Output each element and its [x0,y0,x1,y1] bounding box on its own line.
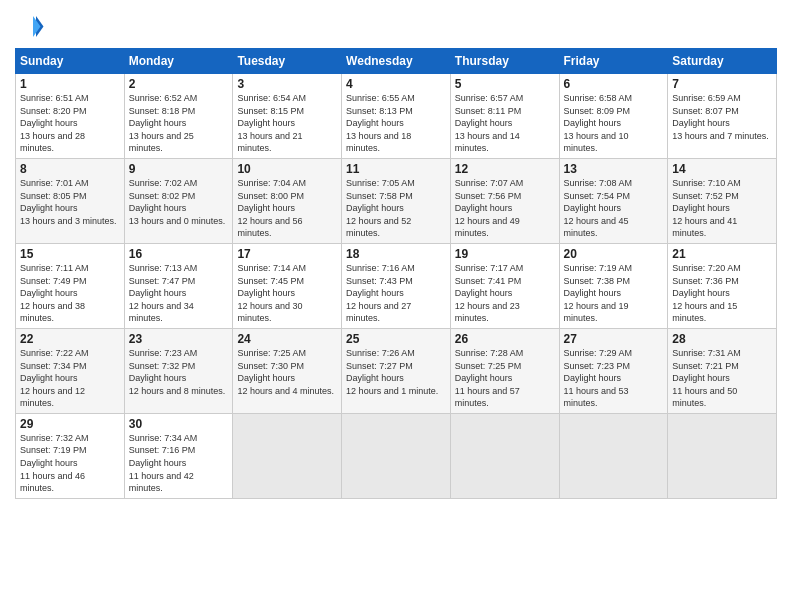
day-info: Sunrise: 6:59 AMSunset: 8:07 PMDaylight … [672,92,772,142]
day-cell-23: 23Sunrise: 7:23 AMSunset: 7:32 PMDayligh… [124,328,233,413]
day-cell-16: 16Sunrise: 7:13 AMSunset: 7:47 PMDayligh… [124,243,233,328]
empty-cell [450,413,559,498]
day-info: Sunrise: 7:01 AMSunset: 8:05 PMDaylight … [20,177,120,227]
day-number: 9 [129,162,229,176]
day-cell-26: 26Sunrise: 7:28 AMSunset: 7:25 PMDayligh… [450,328,559,413]
day-number: 4 [346,77,446,91]
day-number: 5 [455,77,555,91]
col-header-friday: Friday [559,49,668,74]
day-info: Sunrise: 7:29 AMSunset: 7:23 PMDaylight … [564,347,664,410]
week-row-1: 1Sunrise: 6:51 AMSunset: 8:20 PMDaylight… [16,74,777,159]
day-info: Sunrise: 7:16 AMSunset: 7:43 PMDaylight … [346,262,446,325]
day-info: Sunrise: 7:10 AMSunset: 7:52 PMDaylight … [672,177,772,240]
day-cell-9: 9Sunrise: 7:02 AMSunset: 8:02 PMDaylight… [124,158,233,243]
empty-cell [342,413,451,498]
day-info: Sunrise: 7:08 AMSunset: 7:54 PMDaylight … [564,177,664,240]
day-number: 10 [237,162,337,176]
day-info: Sunrise: 7:25 AMSunset: 7:30 PMDaylight … [237,347,337,397]
day-cell-25: 25Sunrise: 7:26 AMSunset: 7:27 PMDayligh… [342,328,451,413]
empty-cell [233,413,342,498]
logo [15,10,49,40]
col-header-saturday: Saturday [668,49,777,74]
day-number: 17 [237,247,337,261]
day-info: Sunrise: 7:23 AMSunset: 7:32 PMDaylight … [129,347,229,397]
day-cell-22: 22Sunrise: 7:22 AMSunset: 7:34 PMDayligh… [16,328,125,413]
week-row-2: 8Sunrise: 7:01 AMSunset: 8:05 PMDaylight… [16,158,777,243]
day-number: 29 [20,417,120,431]
day-number: 1 [20,77,120,91]
day-cell-17: 17Sunrise: 7:14 AMSunset: 7:45 PMDayligh… [233,243,342,328]
day-info: Sunrise: 7:20 AMSunset: 7:36 PMDaylight … [672,262,772,325]
week-row-5: 29Sunrise: 7:32 AMSunset: 7:19 PMDayligh… [16,413,777,498]
header [15,10,777,40]
day-info: Sunrise: 7:05 AMSunset: 7:58 PMDaylight … [346,177,446,240]
day-cell-2: 2Sunrise: 6:52 AMSunset: 8:18 PMDaylight… [124,74,233,159]
day-number: 14 [672,162,772,176]
header-row: SundayMondayTuesdayWednesdayThursdayFrid… [16,49,777,74]
day-cell-19: 19Sunrise: 7:17 AMSunset: 7:41 PMDayligh… [450,243,559,328]
col-header-monday: Monday [124,49,233,74]
day-number: 16 [129,247,229,261]
day-info: Sunrise: 6:52 AMSunset: 8:18 PMDaylight … [129,92,229,155]
col-header-sunday: Sunday [16,49,125,74]
day-info: Sunrise: 7:19 AMSunset: 7:38 PMDaylight … [564,262,664,325]
calendar-table: SundayMondayTuesdayWednesdayThursdayFrid… [15,48,777,499]
day-cell-30: 30Sunrise: 7:34 AMSunset: 7:16 PMDayligh… [124,413,233,498]
day-cell-21: 21Sunrise: 7:20 AMSunset: 7:36 PMDayligh… [668,243,777,328]
day-number: 25 [346,332,446,346]
day-info: Sunrise: 7:13 AMSunset: 7:47 PMDaylight … [129,262,229,325]
day-cell-5: 5Sunrise: 6:57 AMSunset: 8:11 PMDaylight… [450,74,559,159]
day-cell-10: 10Sunrise: 7:04 AMSunset: 8:00 PMDayligh… [233,158,342,243]
day-info: Sunrise: 7:02 AMSunset: 8:02 PMDaylight … [129,177,229,227]
day-number: 20 [564,247,664,261]
day-cell-12: 12Sunrise: 7:07 AMSunset: 7:56 PMDayligh… [450,158,559,243]
day-info: Sunrise: 7:26 AMSunset: 7:27 PMDaylight … [346,347,446,397]
day-info: Sunrise: 6:58 AMSunset: 8:09 PMDaylight … [564,92,664,155]
day-cell-1: 1Sunrise: 6:51 AMSunset: 8:20 PMDaylight… [16,74,125,159]
col-header-tuesday: Tuesday [233,49,342,74]
day-cell-29: 29Sunrise: 7:32 AMSunset: 7:19 PMDayligh… [16,413,125,498]
day-cell-13: 13Sunrise: 7:08 AMSunset: 7:54 PMDayligh… [559,158,668,243]
day-number: 12 [455,162,555,176]
day-number: 7 [672,77,772,91]
day-cell-15: 15Sunrise: 7:11 AMSunset: 7:49 PMDayligh… [16,243,125,328]
day-number: 2 [129,77,229,91]
page: SundayMondayTuesdayWednesdayThursdayFrid… [0,0,792,612]
day-info: Sunrise: 7:31 AMSunset: 7:21 PMDaylight … [672,347,772,410]
day-info: Sunrise: 7:28 AMSunset: 7:25 PMDaylight … [455,347,555,410]
day-info: Sunrise: 7:34 AMSunset: 7:16 PMDaylight … [129,432,229,495]
day-cell-18: 18Sunrise: 7:16 AMSunset: 7:43 PMDayligh… [342,243,451,328]
day-cell-6: 6Sunrise: 6:58 AMSunset: 8:09 PMDaylight… [559,74,668,159]
day-number: 28 [672,332,772,346]
day-cell-14: 14Sunrise: 7:10 AMSunset: 7:52 PMDayligh… [668,158,777,243]
day-number: 23 [129,332,229,346]
day-number: 8 [20,162,120,176]
day-number: 11 [346,162,446,176]
day-number: 22 [20,332,120,346]
empty-cell [668,413,777,498]
day-number: 6 [564,77,664,91]
col-header-thursday: Thursday [450,49,559,74]
day-info: Sunrise: 7:32 AMSunset: 7:19 PMDaylight … [20,432,120,495]
day-info: Sunrise: 7:22 AMSunset: 7:34 PMDaylight … [20,347,120,410]
day-cell-3: 3Sunrise: 6:54 AMSunset: 8:15 PMDaylight… [233,74,342,159]
day-info: Sunrise: 6:57 AMSunset: 8:11 PMDaylight … [455,92,555,155]
day-number: 15 [20,247,120,261]
day-number: 19 [455,247,555,261]
day-cell-4: 4Sunrise: 6:55 AMSunset: 8:13 PMDaylight… [342,74,451,159]
day-number: 26 [455,332,555,346]
week-row-3: 15Sunrise: 7:11 AMSunset: 7:49 PMDayligh… [16,243,777,328]
day-number: 27 [564,332,664,346]
day-info: Sunrise: 6:55 AMSunset: 8:13 PMDaylight … [346,92,446,155]
day-number: 21 [672,247,772,261]
week-row-4: 22Sunrise: 7:22 AMSunset: 7:34 PMDayligh… [16,328,777,413]
logo-icon [15,10,45,40]
day-number: 3 [237,77,337,91]
day-info: Sunrise: 7:17 AMSunset: 7:41 PMDaylight … [455,262,555,325]
day-cell-27: 27Sunrise: 7:29 AMSunset: 7:23 PMDayligh… [559,328,668,413]
day-cell-20: 20Sunrise: 7:19 AMSunset: 7:38 PMDayligh… [559,243,668,328]
day-info: Sunrise: 6:51 AMSunset: 8:20 PMDaylight … [20,92,120,155]
day-info: Sunrise: 7:04 AMSunset: 8:00 PMDaylight … [237,177,337,240]
empty-cell [559,413,668,498]
day-cell-7: 7Sunrise: 6:59 AMSunset: 8:07 PMDaylight… [668,74,777,159]
